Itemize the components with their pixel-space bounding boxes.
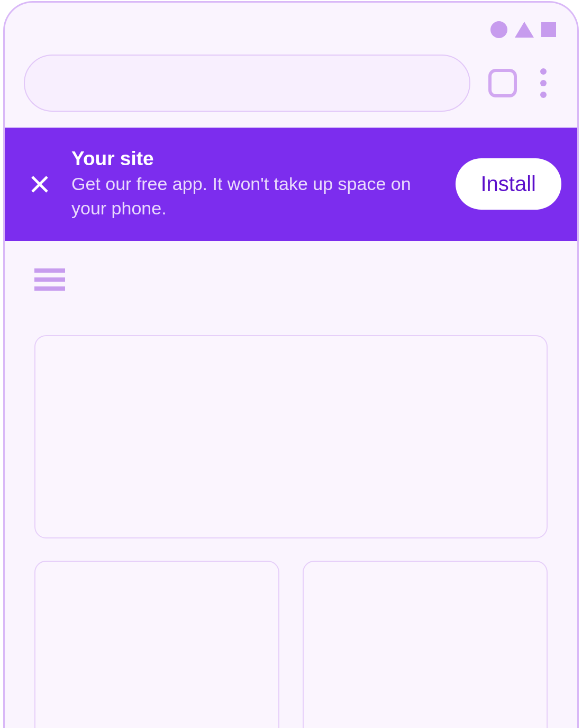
hamburger-icon xyxy=(34,268,65,273)
banner-text: Your site Get our free app. It won't tak… xyxy=(71,148,439,221)
status-square-icon xyxy=(541,22,556,37)
close-icon xyxy=(29,173,51,195)
content-placeholder-large xyxy=(34,335,548,538)
banner-title: Your site xyxy=(71,148,439,170)
banner-subtitle: Get our free app. It won't take up space… xyxy=(71,172,439,221)
more-dots-icon xyxy=(540,92,547,98)
tabs-button[interactable] xyxy=(488,69,517,97)
more-dots-icon xyxy=(540,68,547,75)
browser-chrome xyxy=(5,39,577,128)
content-placeholder-small xyxy=(34,561,279,728)
status-triangle-icon xyxy=(515,22,534,38)
close-button[interactable] xyxy=(25,169,54,199)
hamburger-icon xyxy=(34,277,65,282)
content-row xyxy=(34,561,548,728)
status-circle-icon xyxy=(490,21,507,38)
status-bar xyxy=(5,3,577,39)
hamburger-menu-button[interactable] xyxy=(34,268,65,291)
install-banner: Your site Get our free app. It won't tak… xyxy=(5,128,577,241)
content-placeholder-small xyxy=(303,561,548,728)
more-menu-button[interactable] xyxy=(535,68,558,98)
more-dots-icon xyxy=(540,80,547,86)
phone-frame: Your site Get our free app. It won't tak… xyxy=(3,1,579,728)
install-button[interactable]: Install xyxy=(456,158,562,210)
url-bar-input[interactable] xyxy=(24,55,470,112)
page-content xyxy=(5,241,577,728)
hamburger-icon xyxy=(34,286,65,291)
